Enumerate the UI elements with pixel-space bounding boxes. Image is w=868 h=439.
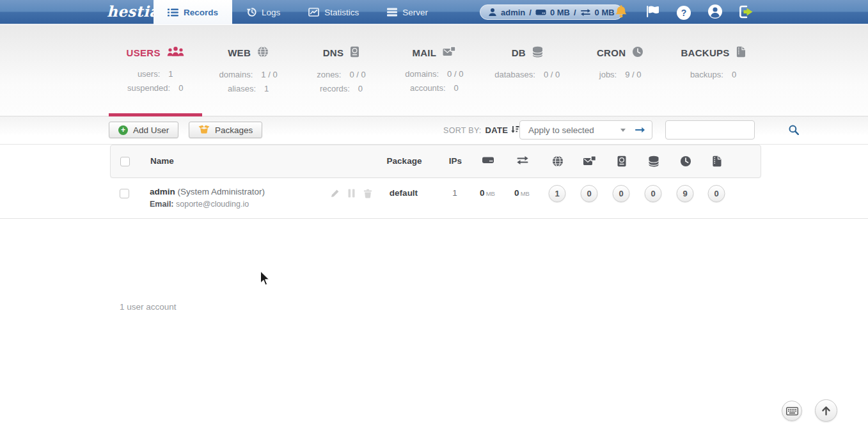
database-icon (532, 46, 543, 60)
mail-count-badge[interactable]: 0 (581, 185, 598, 202)
user-login: admin (150, 187, 175, 196)
stat-value: 0 (732, 70, 736, 79)
apply-go-button[interactable] (635, 125, 645, 135)
row-bandwidth-usage: 0MB (514, 188, 530, 198)
user-email: Email: soporte@clouding.io (150, 200, 249, 209)
stat-label: domains: (405, 69, 439, 79)
stat-label: backups: (690, 70, 723, 79)
stat-label: records: (320, 84, 350, 93)
search-box (665, 120, 755, 140)
backup-column-icon (713, 156, 722, 170)
usage-separator: / (529, 8, 532, 17)
tab-records[interactable]: Records (154, 0, 232, 24)
stats-section-dns[interactable]: DNS zones:0 / 0 records:0 (295, 25, 388, 116)
logout-button[interactable] (739, 5, 754, 20)
add-user-button[interactable]: + Add User (109, 122, 178, 138)
stat-value: 1 (168, 69, 173, 79)
bandwidth-unit: MB (521, 190, 530, 197)
web-column-icon (552, 156, 564, 170)
dns-section-title: DNS (323, 47, 344, 58)
tab-server[interactable]: Server (373, 0, 442, 24)
bell-icon (614, 4, 628, 22)
database-column-icon (649, 156, 659, 170)
row-package[interactable]: default (390, 188, 418, 198)
stats-section-mail[interactable]: MAIL domains:0 / 0 accounts:0 (388, 25, 480, 116)
stat-label: jobs: (599, 70, 617, 79)
user-account-summary: 1 user account (120, 302, 177, 312)
stat-label: domains: (219, 70, 253, 79)
db-section-title: DB (512, 47, 526, 58)
cron-count-badge[interactable]: 9 (677, 185, 694, 202)
search-input[interactable] (666, 121, 789, 139)
pencil-icon (330, 189, 340, 198)
web-section-title: WEB (228, 47, 251, 58)
select-all-checkbox[interactable] (120, 157, 130, 166)
bandwidth-value: 0 (514, 188, 519, 198)
notifications-button[interactable] (613, 5, 629, 20)
dns-column-icon (617, 156, 627, 170)
web-count-badge[interactable]: 1 (549, 185, 566, 202)
user-name: admin (System Administrator) (150, 187, 265, 196)
tab-logs[interactable]: Logs (232, 0, 294, 24)
language-button[interactable] (645, 5, 660, 20)
keyboard-icon (786, 407, 798, 415)
mail-icon (443, 46, 456, 59)
arrow-right-icon (635, 125, 645, 135)
flag-icon (645, 5, 659, 20)
email-value: soporte@clouding.io (176, 200, 249, 209)
arrow-up-icon (821, 405, 832, 416)
stat-value: 0 / 0 (447, 69, 463, 79)
row-checkbox[interactable] (120, 189, 129, 198)
stats-section-backups[interactable]: BACKUPS backups:0 (667, 25, 759, 116)
hestia-logo[interactable]: hestia (107, 3, 159, 20)
profile-button[interactable] (707, 5, 723, 20)
stats-section-db[interactable]: DB databases:0 / 0 (481, 25, 574, 116)
disk-value: 0 (480, 188, 485, 198)
apply-selected-label: Apply to selected (528, 125, 594, 135)
tab-statistics-label: Statistics (324, 8, 359, 17)
search-icon[interactable] (789, 125, 804, 135)
stats-section-web[interactable]: WEB domains:1 / 0 aliases:1 (201, 25, 294, 116)
sort-by-label: SORT BY: (443, 126, 482, 135)
users-section-title: USERS (127, 47, 161, 58)
row-ips: 1 (452, 188, 457, 198)
stat-label: accounts: (410, 83, 446, 93)
stat-label: users: (138, 69, 160, 79)
backups-section-title: BACKUPS (681, 47, 729, 58)
back-to-top-button[interactable] (815, 399, 837, 422)
disk-icon (535, 8, 546, 16)
suspend-user-button[interactable] (348, 189, 355, 200)
column-package: Package (387, 156, 422, 166)
top-navbar: hestia Records (0, 0, 868, 24)
chevron-down-icon (620, 129, 626, 132)
backup-count-badge[interactable]: 0 (708, 185, 725, 202)
help-button[interactable]: ? (676, 5, 691, 20)
trash-icon (363, 189, 372, 198)
tab-records-label: Records (184, 8, 218, 17)
stat-value: 0 (358, 84, 363, 93)
keyboard-shortcuts-button[interactable] (782, 401, 802, 421)
dns-server-icon (350, 46, 359, 60)
mail-column-icon (583, 156, 597, 169)
usage-separator: / (574, 8, 576, 17)
dns-count-badge[interactable]: 0 (613, 185, 630, 202)
chart-line-icon (308, 8, 319, 17)
edit-user-button[interactable] (330, 189, 340, 201)
column-ips: IPs (449, 156, 462, 166)
database-count-badge[interactable]: 0 (645, 185, 662, 202)
stats-section-users[interactable]: USERS users:1 suspended:0 (109, 25, 201, 116)
pause-icon (348, 189, 355, 198)
apply-to-selected-dropdown[interactable]: Apply to selected (519, 120, 652, 140)
tab-statistics[interactable]: Statistics (294, 0, 373, 24)
user-usage-pill[interactable]: admin / 0 MB / 0 MB (480, 4, 623, 20)
sort-direction-icon (510, 125, 519, 136)
profile-icon (708, 4, 722, 21)
history-icon (246, 7, 256, 17)
packages-button[interactable]: Packages (189, 122, 262, 138)
question-icon: ? (677, 6, 691, 20)
row-disk-usage: 0MB (480, 188, 495, 198)
sort-value-button[interactable]: DATE (485, 125, 520, 136)
stats-section-cron[interactable]: CRON jobs:9 / 0 (574, 25, 667, 116)
package-box-icon (198, 125, 210, 136)
delete-user-button[interactable] (363, 189, 372, 201)
